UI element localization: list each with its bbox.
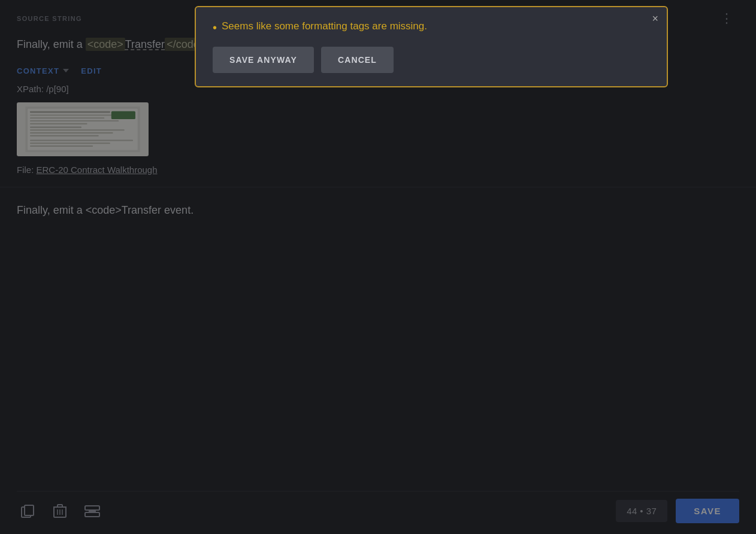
warning-bullet-icon: •	[213, 20, 217, 35]
warning-text: Seems like some formatting tags are miss…	[222, 20, 427, 32]
close-dialog-button[interactable]: ×	[652, 13, 658, 24]
warning-message: • Seems like some formatting tags are mi…	[213, 20, 650, 35]
save-anyway-button[interactable]: SAVE ANYWAY	[213, 47, 314, 73]
warning-dialog: × • Seems like some formatting tags are …	[195, 6, 668, 87]
cancel-button[interactable]: CANCEL	[321, 47, 394, 73]
warning-buttons: SAVE ANYWAY CANCEL	[213, 47, 650, 73]
